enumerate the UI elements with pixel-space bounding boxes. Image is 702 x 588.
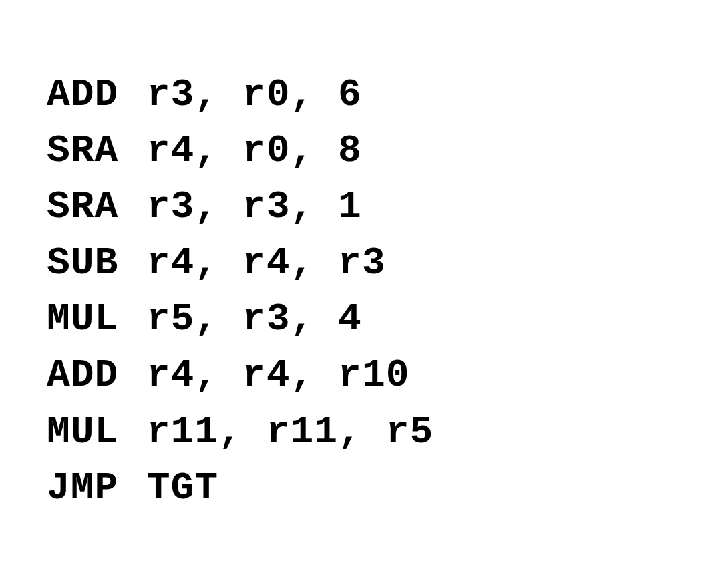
operands: r3, r0, 6	[147, 73, 362, 116]
operands: r5, r3, 4	[147, 297, 362, 341]
mnemonic: SRA	[47, 123, 147, 179]
operands: r4, r4, r3	[147, 241, 386, 285]
code-line: SRAr4, r0, 8	[47, 123, 655, 179]
code-line: SUBr4, r4, r3	[47, 235, 655, 291]
operands: r4, r4, r10	[147, 353, 410, 397]
code-line: ADDr3, r0, 6	[47, 67, 655, 123]
mnemonic: ADD	[47, 347, 147, 404]
code-line: MULr11, r11, r5	[47, 404, 655, 460]
mnemonic: MUL	[47, 404, 147, 460]
code-line: SRAr3, r3, 1	[47, 179, 655, 235]
operands: r11, r11, r5	[147, 410, 434, 454]
code-line: ADDr4, r4, r10	[47, 347, 655, 404]
operands: TGT	[147, 466, 218, 510]
mnemonic: MUL	[47, 291, 147, 347]
mnemonic: ADD	[47, 67, 147, 123]
code-listing: ADDr3, r0, 6 SRAr4, r0, 8 SRAr3, r3, 1 S…	[47, 67, 655, 517]
operands: r3, r3, 1	[147, 185, 362, 229]
operands: r4, r0, 8	[147, 129, 362, 172]
mnemonic: JMP	[47, 460, 147, 517]
mnemonic: SRA	[47, 179, 147, 235]
code-line: JMPTGT	[47, 460, 655, 517]
code-line: MULr5, r3, 4	[47, 291, 655, 347]
mnemonic: SUB	[47, 235, 147, 291]
